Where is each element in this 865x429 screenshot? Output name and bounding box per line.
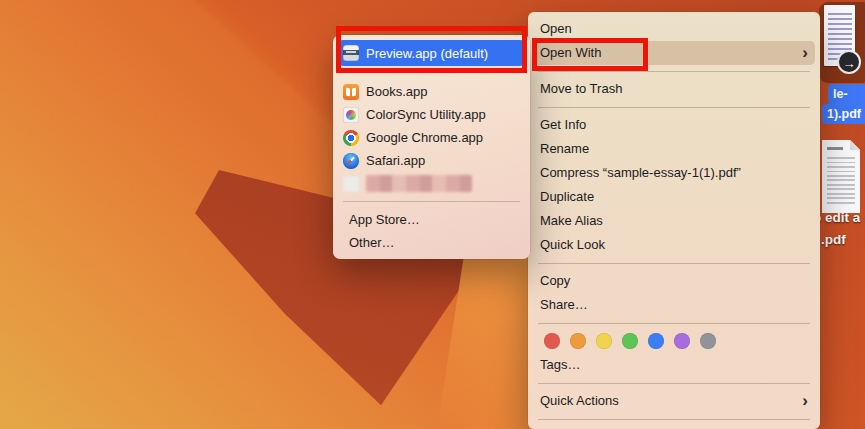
circle-arrow-badge-icon: → [837,50,861,74]
submenu-item-app-store[interactable]: App Store… [338,208,525,231]
submenu-item-label: Google Chrome.app [366,130,483,145]
menu-item-label: Tags… [540,353,580,377]
redacted-app-icon [343,176,359,192]
submenu-item-redacted[interactable] [338,172,525,195]
tag-purple-dot[interactable] [674,333,690,349]
menu-item-label: Copy [540,269,570,293]
menu-item-label: Duplicate [540,185,594,209]
file-label-line1[interactable]: le- [828,84,865,104]
tag-color-row [533,329,815,353]
menu-item-label: Share… [540,293,588,317]
menu-item-quick-actions[interactable]: Quick Actions › [533,389,815,413]
chevron-right-icon: › [802,42,808,64]
annotation-box-preview-default [336,26,527,73]
menu-item-move-to-trash[interactable]: Move to Trash [533,77,815,101]
submenu-item-label: App Store… [349,212,420,227]
submenu-item-chrome[interactable]: Google Chrome.app [338,126,525,149]
chrome-app-icon [343,130,359,146]
menu-item-label: Make Alias [540,209,603,233]
menu-item-label: Quick Look [540,233,605,257]
menu-item-label: Move to Trash [540,77,622,101]
chevron-right-icon: › [802,390,808,412]
menu-item-rename[interactable]: Rename [533,137,815,161]
menu-separator [538,107,810,108]
file2-label-line2[interactable]: .pdf [821,232,846,247]
redacted-label [366,175,472,192]
menu-separator [538,263,810,264]
annotation-box-open-with [532,38,648,71]
menu-item-label: Get Info [540,113,586,137]
submenu-item-label: ColorSync Utility.app [366,107,486,122]
menu-item-quick-look[interactable]: Quick Look [533,233,815,257]
menu-item-tags[interactable]: Tags… [533,353,815,377]
file2-label-line1[interactable]: o edit a [813,210,860,225]
menu-item-compress[interactable]: Compress “sample-essay-1(1).pdf” [533,161,815,185]
submenu-separator [343,201,520,202]
tag-blue-dot[interactable] [648,333,664,349]
menu-item-get-info[interactable]: Get Info [533,113,815,137]
menu-item-make-alias[interactable]: Make Alias [533,209,815,233]
tag-green-dot[interactable] [622,333,638,349]
tag-yellow-dot[interactable] [596,333,612,349]
menu-item-label: Compress “sample-essay-1(1).pdf” [540,161,741,185]
submenu-item-label: Books.app [366,84,427,99]
pdf-thumbnail-2-heading [827,147,843,150]
safari-app-icon [343,153,359,169]
menu-separator [538,323,810,324]
menu-item-duplicate[interactable]: Duplicate [533,185,815,209]
tag-gray-dot[interactable] [700,333,716,349]
submenu-item-safari[interactable]: Safari.app [338,149,525,172]
menu-item-label: Rename [540,137,589,161]
context-menu: Open Open With › Move to Trash Get Info … [528,12,820,429]
pdf-thumbnail-2[interactable] [822,140,860,213]
submenu-item-label: Safari.app [366,153,425,168]
menu-item-copy[interactable]: Copy [533,269,815,293]
submenu-item-books[interactable]: Books.app [338,80,525,103]
submenu-item-colorsync[interactable]: ColorSync Utility.app [338,103,525,126]
menu-separator [538,419,810,420]
submenu-item-other[interactable]: Other… [338,231,525,254]
menu-item-share[interactable]: Share… [533,293,815,317]
tag-red-dot[interactable] [544,333,560,349]
colorsync-app-icon [343,107,359,123]
file-label-line2[interactable]: 1).pdf [822,104,865,124]
tag-orange-dot[interactable] [570,333,586,349]
books-app-icon [343,84,359,100]
menu-item-label: Quick Actions [540,389,619,413]
pdf-thumbnail-2-content [827,157,855,205]
menu-separator [538,383,810,384]
submenu-item-label: Other… [349,235,395,250]
